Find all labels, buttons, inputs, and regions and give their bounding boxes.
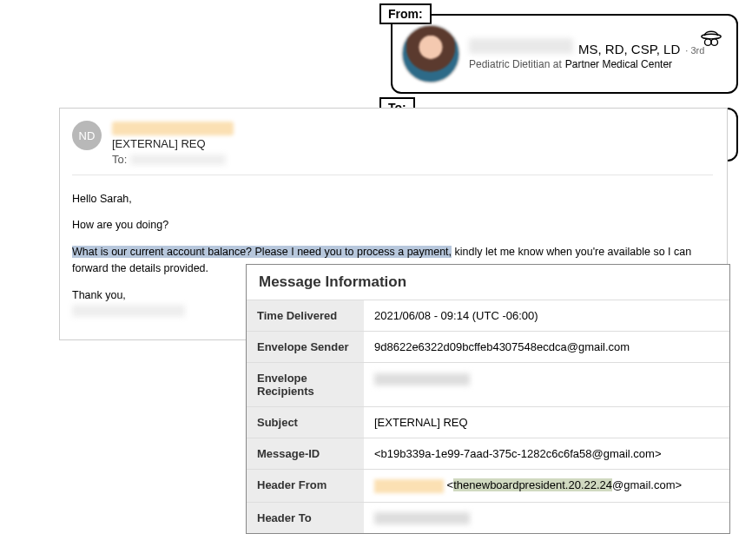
signature-redacted [72,305,185,317]
sender-name-redacted [469,38,573,54]
cell-value: 9d8622e6322d09bcffeb4307548ecdca@gmail.c… [364,332,729,363]
header-from-name-redacted [374,479,444,493]
cell-label: Envelope Sender [247,332,364,363]
cell-label: Envelope Recipients [247,363,364,407]
message-info-table: Time Delivered 2021/06/08 - 09:14 (UTC -… [247,300,729,533]
table-row: Envelope Sender 9d8622e6322d09bcffeb4307… [247,332,729,363]
cell-label: Subject [247,407,364,438]
email-highlighted: What is our current account balance? Ple… [72,246,452,258]
hdrfrom-pre: < [444,478,453,491]
email-line2: How are you doing? [72,217,713,234]
message-info-panel: Message Information Time Delivered 2021/… [246,264,730,534]
cell-value: <thenewboardpresident.20.22.24@gmail.com… [364,470,729,503]
cell-label: Header To [247,502,364,533]
hdrfrom-highlight: thenewboardpresident.20.22.24 [453,478,612,491]
job-prefix: Pediatric Dietitian at [469,58,562,70]
svg-point-2 [711,39,718,46]
table-row: Message-ID <b19b339a-1e99-7aad-375c-1282… [247,438,729,470]
cell-value [364,502,729,533]
table-row: Header To [247,502,729,533]
email-to-prefix: To: [112,153,127,166]
email-header: ND [EXTERNAL] REQ To: [72,121,713,166]
recipient-redacted [374,373,470,385]
sender-initials-avatar: ND [72,121,102,150]
from-card: From: MS, RD, CSP, LD · 3rd Pediatric Di… [391,14,738,94]
header-to-redacted [374,512,470,524]
cell-value: 2021/06/08 - 09:14 (UTC -06:00) [364,300,729,332]
svg-point-1 [705,39,712,46]
cell-label: Message-ID [247,438,364,470]
table-row: Subject [EXTERNAL] REQ [247,407,729,438]
hdrfrom-post: @gmail.com> [612,478,682,491]
email-subject: [EXTERNAL] REQ [112,137,234,150]
cell-value: <b19b339a-1e99-7aad-375c-1282c6c6fa58@gm… [364,438,729,470]
from-label: From: [379,3,432,24]
cell-value: [EXTERNAL] REQ [364,407,729,438]
sender-name-redacted-2 [112,122,234,135]
cell-label: Header From [247,470,364,503]
sender-avatar [401,24,460,83]
table-row: Envelope Recipients [247,363,729,407]
cell-label: Time Delivered [247,300,364,332]
table-row: Time Delivered 2021/06/08 - 09:14 (UTC -… [247,300,729,332]
spy-icon [698,24,724,50]
table-row: Header From <thenewboardpresident.20.22.… [247,470,729,503]
email-greeting: Hello Sarah, [72,191,713,208]
email-to-redacted [130,155,226,165]
from-text-block: MS, RD, CSP, LD · 3rd Pediatric Dietitia… [469,38,724,70]
cell-value [364,363,729,407]
org-name: Partner Medical Center [565,58,672,70]
message-info-title: Message Information [247,265,729,300]
sender-credentials: MS, RD, CSP, LD [578,42,680,56]
divider [72,175,713,175]
